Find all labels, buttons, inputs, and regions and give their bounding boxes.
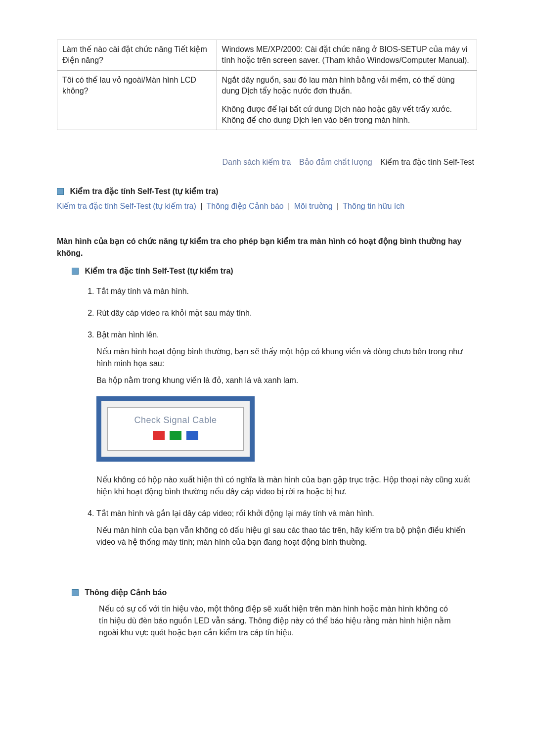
step-text: Bật màn hình lên. xyxy=(96,331,159,339)
step-text: Tắt màn hình và gắn lại dây cáp video; r… xyxy=(96,509,374,518)
section-tabs: Danh sách kiểm tra Bảo đảm chất lượng Ki… xyxy=(57,157,477,167)
bullet-icon xyxy=(72,589,79,596)
table-row: Làm thế nào cài đặt chức năng Tiết kiệm … xyxy=(57,40,477,71)
section-intro: Màn hình của bạn có chức năng tự kiểm tr… xyxy=(57,236,477,259)
signal-cable-label: Check Signal Cable xyxy=(108,414,243,427)
faq-answer: Ngắt dây nguồn, sau đó lau màn hình bằng… xyxy=(217,70,477,130)
list-item: Tắt máy tính và màn hình. xyxy=(96,285,477,297)
warning-body: Nếu có sự cố với tín hiệu vào, một thông… xyxy=(99,603,455,639)
signal-inner: Check Signal Cable xyxy=(107,407,244,451)
step-paragraph: Ba hộp nằm trong khung viền là đỏ, xanh … xyxy=(96,375,477,386)
separator: | xyxy=(198,202,204,210)
subnav-useful-info[interactable]: Thông tin hữu ích xyxy=(343,202,404,210)
steps-list: Tắt máy tính và màn hình. Rút dây cáp vi… xyxy=(84,285,477,548)
red-block-icon xyxy=(153,431,165,440)
table-row: Tôi có thể lau vỏ ngoài/Màn hình LCD khô… xyxy=(57,70,477,130)
step-text: Tắt máy tính và màn hình. xyxy=(96,287,189,295)
tab-quality[interactable]: Bảo đảm chất lượng xyxy=(296,157,375,167)
faq-answer-paragraph: Ngắt dây nguồn, sau đó lau màn hình bằng… xyxy=(222,75,472,97)
tab-checklist[interactable]: Danh sách kiểm tra xyxy=(219,157,294,167)
document-page: Làm thế nào cài đặt chức năng Tiết kiệm … xyxy=(0,0,534,738)
faq-question: Làm thế nào cài đặt chức năng Tiết kiệm … xyxy=(57,40,217,71)
faq-table: Làm thế nào cài đặt chức năng Tiết kiệm … xyxy=(57,40,477,130)
subsection-header: Thông điệp Cảnh báo xyxy=(72,588,477,597)
separator: | xyxy=(335,202,341,210)
step-paragraph: Nếu không có hộp nào xuất hiện thì có ng… xyxy=(96,474,477,498)
faq-answer: Windows ME/XP/2000: Cài đặt chức năng ở … xyxy=(217,40,477,71)
subnav-environment[interactable]: Môi trường xyxy=(294,202,333,210)
section-subnav: Kiểm tra đặc tính Self-Test (tự kiểm tra… xyxy=(57,201,477,211)
step-paragraph: Nếu màn hình hoạt động bình thường, bạn … xyxy=(96,346,477,370)
faq-answer-paragraph: Windows ME/XP/2000: Cài đặt chức năng ở … xyxy=(222,44,472,66)
step-paragraph: Nếu màn hình của bạn vẫn không có dấu hi… xyxy=(96,524,477,548)
bullet-icon xyxy=(57,188,64,195)
tab-self-test[interactable]: Kiểm tra đặc tính Self-Test xyxy=(377,157,477,167)
subsection-header: Kiểm tra đặc tính Self-Test (tự kiểm tra… xyxy=(72,266,477,276)
section-header: Kiểm tra đặc tính Self-Test (tự kiểm tra… xyxy=(57,187,477,196)
list-item: Bật màn hình lên. Nếu màn hình hoạt động… xyxy=(96,329,477,498)
separator: | xyxy=(286,202,292,210)
section-title: Kiểm tra đặc tính Self-Test (tự kiểm tra… xyxy=(70,188,218,196)
faq-answer-paragraph: Không được để lại bất cứ dung Dịch nào h… xyxy=(222,104,472,126)
subnav-self-test[interactable]: Kiểm tra đặc tính Self-Test (tự kiểm tra… xyxy=(57,202,196,210)
subsection-title: Thông điệp Cảnh báo xyxy=(85,588,167,597)
list-item: Tắt màn hình và gắn lại dây cáp video; r… xyxy=(96,508,477,548)
color-blocks xyxy=(108,431,243,443)
list-item: Rút dây cáp video ra khỏi mặt sau máy tí… xyxy=(96,307,477,319)
subsection-title: Kiểm tra đặc tính Self-Test (tự kiểm tra… xyxy=(85,267,233,275)
blue-block-icon xyxy=(186,431,198,440)
signal-cable-illustration: Check Signal Cable xyxy=(96,396,255,462)
faq-question: Tôi có thể lau vỏ ngoài/Màn hình LCD khô… xyxy=(57,70,217,130)
step-text: Rút dây cáp video ra khỏi mặt sau máy tí… xyxy=(96,309,252,317)
warning-section: Thông điệp Cảnh báo Nếu có sự cố với tín… xyxy=(72,588,477,639)
subnav-warning[interactable]: Thông điệp Cảnh báo xyxy=(207,202,284,210)
bullet-icon xyxy=(72,268,79,275)
green-block-icon xyxy=(170,431,181,440)
